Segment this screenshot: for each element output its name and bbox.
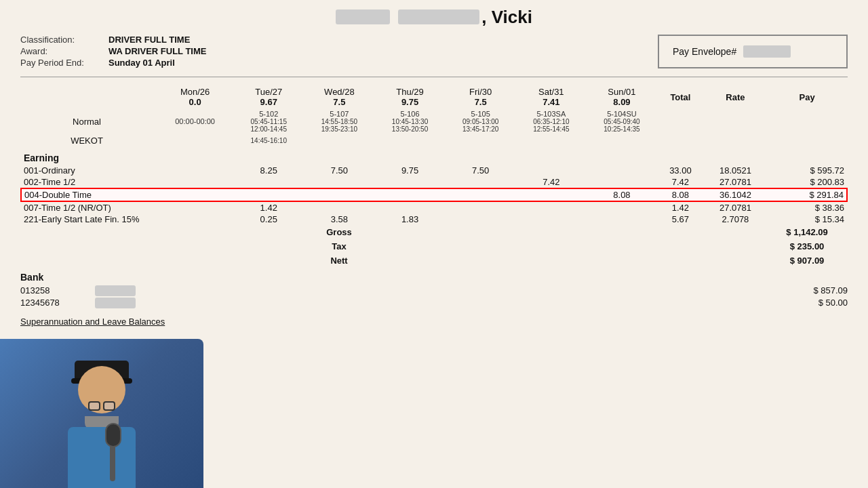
header-divider [20, 77, 848, 77]
bank-account-0: 013258 [20, 285, 81, 296]
earning-row-4: 221-Early Start Late Fin. 15%0.253.581.8… [21, 214, 847, 225]
bank-entry-1: 12345678$ 50.00 [20, 298, 848, 308]
tue-header: Tue/27 9.67 [233, 85, 304, 108]
earnings-section-header: Earning [21, 147, 847, 165]
timesheet-table: Mon/26 0.0 Tue/27 9.67 Wed/28 7.5 Thu/29… [20, 85, 848, 268]
gross-row: Gross $ 1,142.09 [21, 225, 847, 239]
name-suffix: , Vicki [481, 7, 532, 27]
award-label: Award: [20, 46, 102, 56]
tax-row: Tax $ 235.00 [21, 239, 847, 253]
pay-envelope-box: Pay Envelope# [658, 35, 848, 68]
thu-header: Thu/29 9.75 [374, 85, 445, 108]
thu-shift: 5-106 10:45-13:30 13:50-20:50 [374, 108, 445, 134]
pay-col-header: Pay [767, 85, 847, 108]
classification-line: Classification: DRIVER FULL TIME [20, 35, 206, 45]
nett-row: Nett $ 907.09 [21, 253, 847, 268]
name-blurred-2 [398, 9, 479, 24]
bank-entry-0: 013258$ 857.09 [20, 285, 848, 296]
day-header-row: Mon/26 0.0 Tue/27 9.67 Wed/28 7.5 Thu/29… [21, 85, 847, 108]
super-link[interactable]: Superannuation and Leave Balances [20, 317, 165, 327]
rate-col-header: Rate [704, 85, 767, 108]
bank-amount-1: $ 50.00 [793, 298, 848, 308]
webcam-overlay: N [0, 339, 203, 488]
employee-name: , Vicki [20, 7, 848, 28]
pay-period-value: Sunday 01 April [108, 58, 175, 68]
award-value: WA DRIVER FULL TIME [108, 46, 206, 56]
glass-left [88, 401, 100, 411]
name-blurred-1 [336, 9, 390, 24]
normal-label: Normal [21, 108, 157, 134]
page-header: , Vicki [20, 7, 848, 28]
wed-shift: 5-107 14:55-18:50 19:35-23:10 [304, 108, 374, 134]
shift-codes-row: Normal 00:00-00:00 5-102 05:45-11:15 12:… [21, 108, 847, 134]
earning-row-3: 007-Time 1/2 (NR/OT)1.421.4227.0781$ 38.… [21, 201, 847, 214]
earning-row-2: 004-Double Time8.088.0836.1042$ 291.84 [21, 188, 847, 201]
mon-shift-code: 00:00-00:00 [157, 108, 233, 134]
person-figure: N [20, 352, 183, 488]
wed-header: Wed/28 7.5 [304, 85, 374, 108]
info-section: Classification: DRIVER FULL TIME Award: … [20, 35, 848, 68]
sun-shift: 5-104SU 05:45-09:40 10:25-14:35 [587, 108, 657, 134]
pay-envelope-value [743, 45, 791, 58]
mon-header: Mon/26 0.0 [157, 85, 233, 108]
fri-shift: 5-105 09:05-13:00 13:45-17:20 [446, 108, 516, 134]
bank-amount-0: $ 857.09 [793, 285, 848, 296]
person-body [68, 427, 136, 488]
info-left-panel: Classification: DRIVER FULL TIME Award: … [20, 35, 206, 68]
sat-header: Sat/31 7.41 [516, 85, 587, 108]
bank-blurred-0 [95, 285, 136, 296]
award-line: Award: WA DRIVER FULL TIME [20, 46, 206, 56]
tue-shift: 5-102 05:45-11:15 12:00-14:45 [233, 108, 304, 134]
total-col-header: Total [657, 85, 704, 108]
bank-blurred-1 [95, 298, 136, 308]
bank-label: Bank [20, 272, 848, 283]
bank-section: Bank 013258$ 857.0912345678$ 50.00 [20, 272, 848, 308]
sat-shift: 5-103SA 06:35-12:10 12:55-14:45 [516, 108, 587, 134]
wekot-row: WEKOT 14:45-16:10 [21, 134, 847, 147]
pay-period-line: Pay Period End: Sunday 01 April [20, 58, 206, 68]
person-head [78, 366, 125, 413]
classification-label: Classification: [20, 35, 102, 45]
bank-account-1: 12345678 [20, 298, 81, 308]
super-section: Superannuation and Leave Balances [20, 317, 848, 327]
fri-header: Fri/30 7.5 [446, 85, 516, 108]
earning-row-0: 001-Ordinary8.257.509.757.5033.0018.0521… [21, 165, 847, 176]
pay-period-label: Pay Period End: [20, 58, 102, 68]
tue-wekot: 14:45-16:10 [233, 134, 304, 147]
mic-head [105, 423, 121, 447]
sun-header: Sun/01 8.09 [587, 85, 657, 108]
wekot-label: WEKOT [21, 134, 157, 147]
earning-row-1: 002-Time 1/27.427.4227.0781$ 200.83 [21, 176, 847, 188]
glass-right [103, 401, 115, 411]
pay-envelope-label: Pay Envelope# [673, 46, 736, 57]
glasses [88, 401, 115, 411]
classification-value: DRIVER FULL TIME [108, 35, 190, 45]
